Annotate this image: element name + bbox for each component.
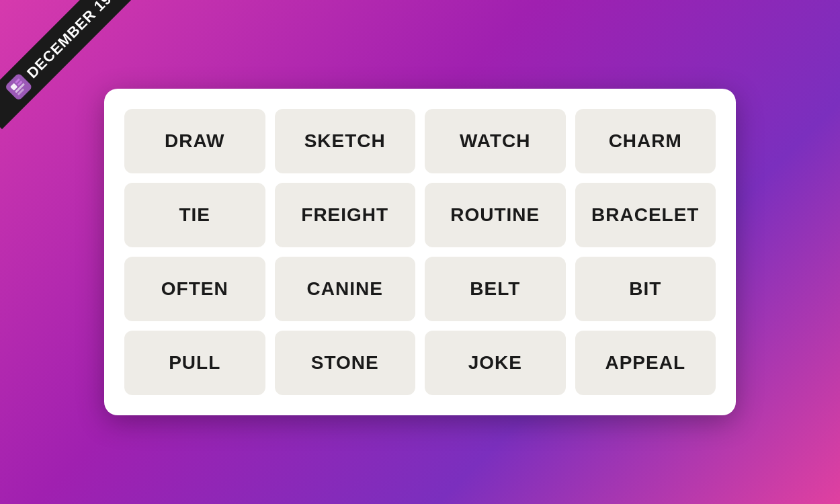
word-label: APPEAL bbox=[605, 352, 685, 374]
word-label: CHARM bbox=[609, 130, 682, 152]
word-label: BRACELET bbox=[591, 204, 699, 226]
word-label: CANINE bbox=[307, 278, 383, 300]
word-cell[interactable]: ROUTINE bbox=[425, 183, 566, 247]
word-cell[interactable]: STONE bbox=[275, 331, 416, 395]
word-cell[interactable]: SKETCH bbox=[275, 109, 416, 173]
word-cell[interactable]: BIT bbox=[575, 257, 716, 321]
word-cell[interactable]: CHARM bbox=[575, 109, 716, 173]
word-label: FREIGHT bbox=[301, 204, 388, 226]
word-label: OFTEN bbox=[161, 278, 228, 300]
date-ribbon: DECEMBER 19 bbox=[0, 0, 144, 129]
app-icon bbox=[5, 73, 33, 101]
word-label: PULL bbox=[169, 352, 220, 374]
word-label: JOKE bbox=[468, 352, 522, 374]
word-cell[interactable]: BELT bbox=[425, 257, 566, 321]
word-cell[interactable]: OFTEN bbox=[124, 257, 265, 321]
word-cell[interactable]: TIE bbox=[124, 183, 265, 247]
word-label: STONE bbox=[311, 352, 379, 374]
word-label: BELT bbox=[470, 278, 520, 300]
word-label: ROUTINE bbox=[450, 204, 540, 226]
word-cell[interactable]: BRACELET bbox=[575, 183, 716, 247]
word-label: TIE bbox=[179, 204, 210, 226]
main-card: DRAWSKETCHWATCHCHARMTIEFREIGHTROUTINEBRA… bbox=[104, 89, 736, 415]
word-label: SKETCH bbox=[304, 130, 386, 152]
word-cell[interactable]: FREIGHT bbox=[275, 183, 416, 247]
svg-rect-0 bbox=[10, 83, 17, 90]
corner-banner: DECEMBER 19 bbox=[0, 0, 202, 134]
word-cell[interactable]: PULL bbox=[124, 331, 265, 395]
word-grid: DRAWSKETCHWATCHCHARMTIEFREIGHTROUTINEBRA… bbox=[124, 109, 716, 395]
word-label: WATCH bbox=[460, 130, 531, 152]
banner-text: DECEMBER 19 bbox=[24, 0, 116, 82]
word-cell[interactable]: APPEAL bbox=[575, 331, 716, 395]
word-label: BIT bbox=[629, 278, 661, 300]
word-cell[interactable]: CANINE bbox=[275, 257, 416, 321]
word-cell[interactable]: WATCH bbox=[425, 109, 566, 173]
word-cell[interactable]: JOKE bbox=[425, 331, 566, 395]
